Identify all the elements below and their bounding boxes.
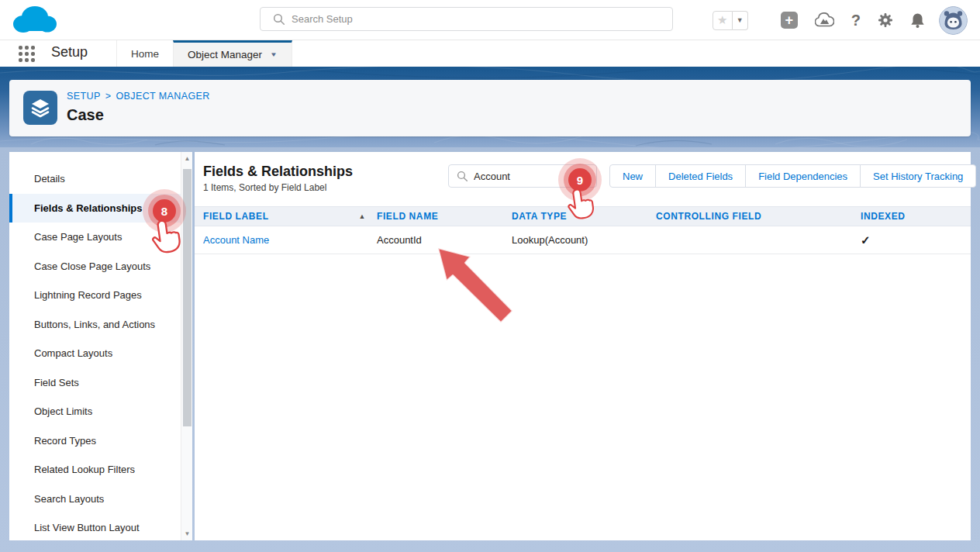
table-header-row: FIELD LABEL ▲ FIELD NAME DATA TYPE CONTR… — [195, 206, 971, 226]
setup-gear-icon[interactable] — [878, 12, 893, 28]
sidebar-item-record-types[interactable]: Record Types — [9, 426, 181, 456]
sidebar-item-search-layouts[interactable]: Search Layouts — [9, 485, 181, 514]
tab-home[interactable]: Home — [116, 40, 173, 67]
sidebar-item-fields-relationships[interactable]: Fields & Relationships — [9, 194, 181, 223]
column-field-label[interactable]: FIELD LABEL ▲ — [203, 207, 377, 226]
user-avatar[interactable] — [939, 6, 968, 35]
scrollbar-thumb[interactable] — [183, 169, 192, 426]
column-field-name[interactable]: FIELD NAME — [377, 207, 512, 226]
quick-find-search-icon — [457, 171, 468, 182]
field-label-link[interactable]: Account Name — [203, 234, 269, 246]
sidebar-item-case-close-page-layouts[interactable]: Case Close Page Layouts — [9, 252, 181, 281]
breadcrumb-separator: > — [105, 91, 112, 102]
sidebar-item-object-limits[interactable]: Object Limits — [9, 397, 181, 426]
trailhead-help-icon[interactable] — [815, 12, 834, 29]
column-data-type[interactable]: DATA TYPE — [512, 207, 656, 226]
column-controlling-field[interactable]: CONTROLLING FIELD — [656, 207, 861, 226]
global-search — [260, 7, 673, 31]
chevron-down-icon: ▼ — [270, 51, 278, 58]
sidebar-item-compact-layouts[interactable]: Compact Layouts — [9, 339, 181, 368]
data-type-cell: Lookup(Account) — [512, 226, 656, 254]
sidebar-item-related-lookup-filters[interactable]: Related Lookup Filters — [9, 455, 181, 485]
favorites-dropdown-button[interactable]: ▼ — [733, 11, 748, 30]
sort-ascending-icon[interactable]: ▲ — [358, 207, 366, 226]
set-history-tracking-button[interactable]: Set History Tracking — [860, 164, 976, 188]
indexed-checkmark-icon: ✓ — [861, 226, 971, 254]
search-icon — [273, 13, 285, 26]
breadcrumb-card: SETUP>OBJECT MANAGER Case — [9, 80, 971, 136]
breadcrumb-setup-link[interactable]: SETUP — [67, 91, 101, 102]
global-header: ★ ▼ + ? — [0, 0, 980, 40]
deleted-fields-button[interactable]: Deleted Fields — [655, 164, 746, 188]
table-row: Account Name AccountId Lookup(Account) ✓ — [195, 226, 971, 254]
object-layers-icon — [23, 91, 57, 125]
fields-table: FIELD LABEL ▲ FIELD NAME DATA TYPE CONTR… — [195, 206, 971, 254]
controlling-field-cell — [656, 226, 861, 254]
field-dependencies-button[interactable]: Field Dependencies — [745, 164, 861, 188]
breadcrumb: SETUP>OBJECT MANAGER — [67, 91, 210, 102]
sidebar-item-case-page-layouts[interactable]: Case Page Layouts — [9, 223, 181, 252]
sidebar-item-lightning-record-pages[interactable]: Lightning Record Pages — [9, 281, 181, 310]
sidebar-scrollbar[interactable]: ▲ ▼ — [181, 152, 192, 540]
favorites-star-button[interactable]: ★ — [713, 11, 733, 30]
field-name-cell: AccountId — [377, 226, 512, 254]
scroll-up-arrow-icon[interactable]: ▲ — [183, 155, 192, 162]
panel-subtitle: 1 Items, Sorted by Field Label — [203, 182, 326, 193]
new-button[interactable]: New — [609, 164, 656, 188]
sidebar-item-field-sets[interactable]: Field Sets — [9, 368, 181, 398]
notifications-bell-icon[interactable] — [910, 12, 925, 29]
app-name-label: Setup — [51, 44, 88, 60]
setup-navbar: Setup Home Object Manager ▼ — [0, 40, 980, 67]
quick-find-box — [448, 164, 597, 188]
field-actions-group: New Deleted Fields Field Dependencies Se… — [609, 164, 976, 188]
sidebar-item-list-view-button-layout[interactable]: List View Button Layout — [9, 513, 181, 543]
panel-title: Fields & Relationships — [203, 164, 353, 180]
quick-find-input[interactable] — [474, 165, 590, 187]
breadcrumb-object-manager-link[interactable]: OBJECT MANAGER — [116, 91, 209, 102]
sidebar-item-buttons-links-actions[interactable]: Buttons, Links, and Actions — [9, 310, 181, 340]
scroll-down-arrow-icon[interactable]: ▼ — [183, 530, 192, 537]
object-sidebar: Details Fields & Relationships Case Page… — [9, 152, 192, 540]
help-question-icon[interactable]: ? — [851, 12, 861, 29]
sidebar-item-details[interactable]: Details — [9, 164, 181, 194]
tab-object-manager[interactable]: Object Manager ▼ — [173, 40, 292, 67]
app-launcher-waffle-icon[interactable] — [19, 46, 35, 62]
object-banner: SETUP>OBJECT MANAGER Case — [0, 67, 980, 147]
global-search-input[interactable] — [292, 8, 664, 30]
fields-panel: Fields & Relationships 1 Items, Sorted b… — [195, 152, 971, 540]
quick-create-plus-icon[interactable]: + — [781, 12, 798, 29]
object-title: Case — [67, 106, 104, 124]
column-indexed[interactable]: INDEXED — [861, 207, 971, 226]
salesforce-logo — [11, 3, 59, 37]
